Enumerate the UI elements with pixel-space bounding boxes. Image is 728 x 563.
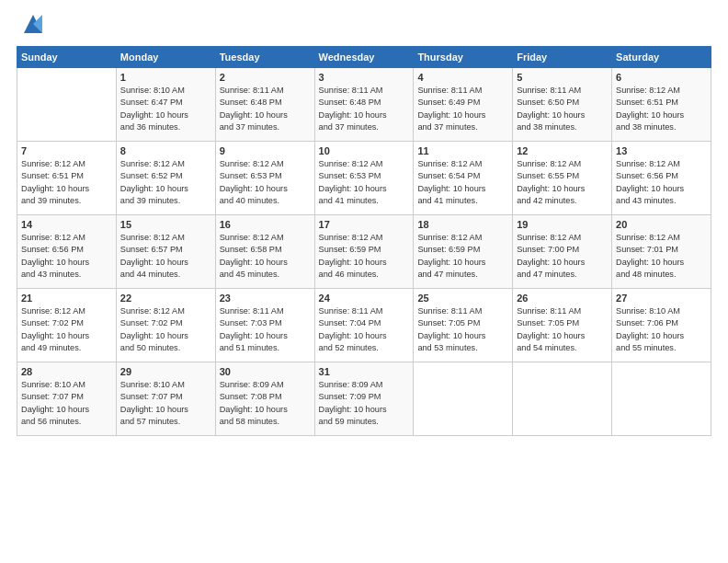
week-row-5: 28Sunrise: 8:10 AMSunset: 7:07 PMDayligh… <box>17 362 711 436</box>
day-info: Sunrise: 8:12 AMSunset: 6:51 PMDaylight:… <box>616 85 707 133</box>
day-info: Sunrise: 8:09 AMSunset: 7:09 PMDaylight:… <box>319 379 410 428</box>
day-number: 17 <box>319 219 410 230</box>
day-cell: 24Sunrise: 8:11 AMSunset: 7:04 PMDayligh… <box>314 289 414 362</box>
day-info: Sunrise: 8:10 AMSunset: 7:07 PMDaylight:… <box>21 379 112 428</box>
day-cell: 1Sunrise: 8:10 AMSunset: 6:47 PMDaylight… <box>116 68 215 142</box>
day-number: 10 <box>319 145 410 156</box>
day-number: 26 <box>517 293 608 304</box>
day-number: 5 <box>517 72 608 83</box>
day-number: 24 <box>319 293 410 304</box>
day-cell: 31Sunrise: 8:09 AMSunset: 7:09 PMDayligh… <box>314 362 414 436</box>
day-number: 30 <box>220 366 311 377</box>
col-header-wednesday: Wednesday <box>314 47 414 68</box>
day-cell: 16Sunrise: 8:12 AMSunset: 6:58 PMDayligh… <box>215 215 314 289</box>
day-cell: 23Sunrise: 8:11 AMSunset: 7:03 PMDayligh… <box>215 289 314 362</box>
day-number: 2 <box>220 72 311 83</box>
day-cell: 11Sunrise: 8:12 AMSunset: 6:54 PMDayligh… <box>414 142 513 215</box>
day-cell: 12Sunrise: 8:12 AMSunset: 6:55 PMDayligh… <box>513 142 612 215</box>
day-info: Sunrise: 8:12 AMSunset: 6:58 PMDaylight:… <box>220 232 311 281</box>
day-info: Sunrise: 8:12 AMSunset: 6:56 PMDaylight:… <box>616 158 707 207</box>
day-number: 22 <box>120 293 211 304</box>
day-cell: 25Sunrise: 8:11 AMSunset: 7:05 PMDayligh… <box>414 289 513 362</box>
day-cell: 4Sunrise: 8:11 AMSunset: 6:49 PMDaylight… <box>414 68 513 142</box>
day-cell: 2Sunrise: 8:11 AMSunset: 6:48 PMDaylight… <box>215 68 314 142</box>
day-number: 12 <box>517 145 608 156</box>
day-info: Sunrise: 8:12 AMSunset: 7:02 PMDaylight:… <box>120 305 211 354</box>
day-cell: 9Sunrise: 8:12 AMSunset: 6:53 PMDaylight… <box>215 142 314 215</box>
day-cell: 28Sunrise: 8:10 AMSunset: 7:07 PMDayligh… <box>17 362 117 436</box>
calendar-page: SundayMondayTuesdayWednesdayThursdayFrid… <box>0 0 728 563</box>
col-header-monday: Monday <box>116 47 215 68</box>
col-header-saturday: Saturday <box>612 47 711 68</box>
col-header-sunday: Sunday <box>17 47 117 68</box>
col-header-thursday: Thursday <box>414 47 513 68</box>
day-info: Sunrise: 8:11 AMSunset: 7:05 PMDaylight:… <box>517 305 608 354</box>
day-info: Sunrise: 8:12 AMSunset: 6:54 PMDaylight:… <box>417 158 508 207</box>
day-info: Sunrise: 8:12 AMSunset: 6:53 PMDaylight:… <box>220 158 311 207</box>
day-number: 20 <box>616 219 707 230</box>
day-number: 13 <box>616 145 707 156</box>
day-info: Sunrise: 8:10 AMSunset: 7:07 PMDaylight:… <box>120 379 211 428</box>
day-cell: 20Sunrise: 8:12 AMSunset: 7:01 PMDayligh… <box>612 215 711 289</box>
day-cell: 8Sunrise: 8:12 AMSunset: 6:52 PMDaylight… <box>116 142 215 215</box>
calendar-table: SundayMondayTuesdayWednesdayThursdayFrid… <box>17 46 711 436</box>
day-number: 29 <box>120 366 211 377</box>
logo-icon <box>20 11 46 37</box>
day-cell: 13Sunrise: 8:12 AMSunset: 6:56 PMDayligh… <box>612 142 711 215</box>
day-info: Sunrise: 8:11 AMSunset: 7:05 PMDaylight:… <box>417 305 508 354</box>
day-info: Sunrise: 8:11 AMSunset: 6:48 PMDaylight:… <box>220 85 311 133</box>
day-info: Sunrise: 8:11 AMSunset: 7:03 PMDaylight:… <box>220 305 311 354</box>
day-number: 14 <box>21 219 112 230</box>
day-info: Sunrise: 8:12 AMSunset: 6:57 PMDaylight:… <box>120 232 211 281</box>
day-info: Sunrise: 8:12 AMSunset: 7:01 PMDaylight:… <box>616 232 707 281</box>
day-info: Sunrise: 8:11 AMSunset: 6:49 PMDaylight:… <box>417 85 508 133</box>
day-number: 8 <box>120 145 211 156</box>
day-info: Sunrise: 8:11 AMSunset: 6:50 PMDaylight:… <box>517 85 608 133</box>
week-row-4: 21Sunrise: 8:12 AMSunset: 7:02 PMDayligh… <box>17 289 711 362</box>
day-info: Sunrise: 8:10 AMSunset: 7:06 PMDaylight:… <box>616 305 707 354</box>
day-cell: 3Sunrise: 8:11 AMSunset: 6:48 PMDaylight… <box>314 68 414 142</box>
day-cell <box>414 362 513 436</box>
day-number: 9 <box>220 145 311 156</box>
col-header-friday: Friday <box>513 47 612 68</box>
day-cell: 15Sunrise: 8:12 AMSunset: 6:57 PMDayligh… <box>116 215 215 289</box>
day-number: 15 <box>120 219 211 230</box>
day-cell: 26Sunrise: 8:11 AMSunset: 7:05 PMDayligh… <box>513 289 612 362</box>
day-number: 16 <box>220 219 311 230</box>
header <box>17 15 711 37</box>
week-row-3: 14Sunrise: 8:12 AMSunset: 6:56 PMDayligh… <box>17 215 711 289</box>
day-number: 27 <box>616 293 707 304</box>
day-info: Sunrise: 8:12 AMSunset: 6:59 PMDaylight:… <box>417 232 508 281</box>
day-cell: 22Sunrise: 8:12 AMSunset: 7:02 PMDayligh… <box>116 289 215 362</box>
day-cell: 17Sunrise: 8:12 AMSunset: 6:59 PMDayligh… <box>314 215 414 289</box>
day-number: 23 <box>220 293 311 304</box>
day-info: Sunrise: 8:12 AMSunset: 6:51 PMDaylight:… <box>21 158 112 207</box>
day-cell: 29Sunrise: 8:10 AMSunset: 7:07 PMDayligh… <box>116 362 215 436</box>
day-cell: 6Sunrise: 8:12 AMSunset: 6:51 PMDaylight… <box>612 68 711 142</box>
day-cell <box>17 68 117 142</box>
header-row: SundayMondayTuesdayWednesdayThursdayFrid… <box>17 47 711 68</box>
day-info: Sunrise: 8:12 AMSunset: 6:59 PMDaylight:… <box>319 232 410 281</box>
day-number: 7 <box>21 145 112 156</box>
week-row-2: 7Sunrise: 8:12 AMSunset: 6:51 PMDaylight… <box>17 142 711 215</box>
day-number: 21 <box>21 293 112 304</box>
day-cell: 30Sunrise: 8:09 AMSunset: 7:08 PMDayligh… <box>215 362 314 436</box>
day-cell: 14Sunrise: 8:12 AMSunset: 6:56 PMDayligh… <box>17 215 117 289</box>
day-info: Sunrise: 8:12 AMSunset: 6:52 PMDaylight:… <box>120 158 211 207</box>
day-number: 18 <box>417 219 508 230</box>
day-info: Sunrise: 8:12 AMSunset: 6:56 PMDaylight:… <box>21 232 112 281</box>
day-cell: 27Sunrise: 8:10 AMSunset: 7:06 PMDayligh… <box>612 289 711 362</box>
day-number: 6 <box>616 72 707 83</box>
col-header-tuesday: Tuesday <box>215 47 314 68</box>
day-cell: 21Sunrise: 8:12 AMSunset: 7:02 PMDayligh… <box>17 289 117 362</box>
day-number: 11 <box>417 145 508 156</box>
day-info: Sunrise: 8:12 AMSunset: 7:02 PMDaylight:… <box>21 305 112 354</box>
day-info: Sunrise: 8:10 AMSunset: 6:47 PMDaylight:… <box>120 85 211 133</box>
day-number: 4 <box>417 72 508 83</box>
day-info: Sunrise: 8:11 AMSunset: 6:48 PMDaylight:… <box>319 85 410 133</box>
day-number: 28 <box>21 366 112 377</box>
day-cell: 7Sunrise: 8:12 AMSunset: 6:51 PMDaylight… <box>17 142 117 215</box>
day-info: Sunrise: 8:12 AMSunset: 6:55 PMDaylight:… <box>517 158 608 207</box>
day-cell <box>513 362 612 436</box>
logo <box>17 15 46 37</box>
